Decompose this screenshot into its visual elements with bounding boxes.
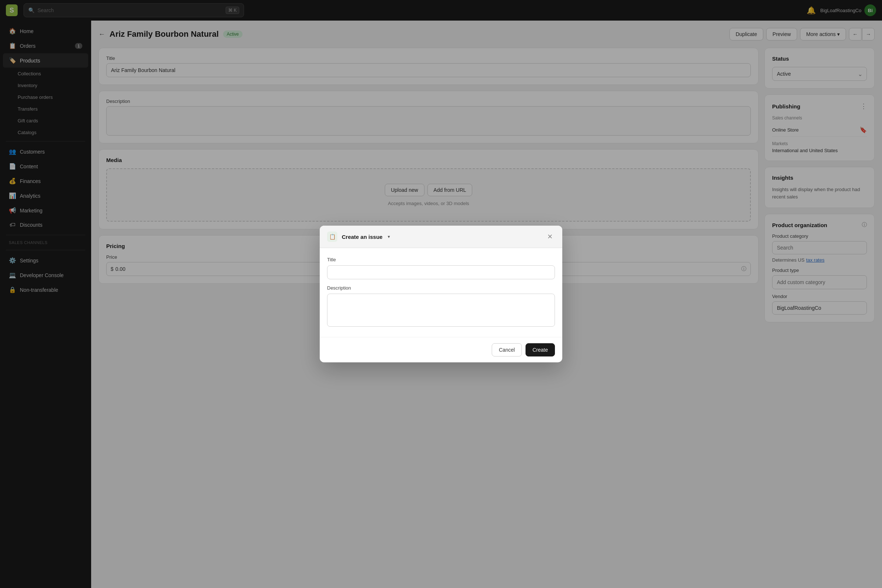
modal-header-icon: 📋 <box>327 231 338 242</box>
modal-footer: Cancel Create <box>320 337 562 362</box>
modal-cancel-button[interactable]: Cancel <box>492 343 522 357</box>
modal-header: 📋 Create an issue ▾ ✕ <box>320 226 562 248</box>
modal-title-label: Title <box>327 257 555 262</box>
modal-close-button[interactable]: ✕ <box>544 231 555 242</box>
create-issue-icon: 📋 <box>329 234 336 240</box>
modal-description-textarea[interactable] <box>327 294 555 327</box>
modal-title: Create an issue <box>342 234 382 240</box>
modal-description-label: Description <box>327 285 555 291</box>
modal-title-dropdown-icon[interactable]: ▾ <box>388 234 390 239</box>
create-issue-modal: 📋 Create an issue ▾ ✕ Title Description … <box>320 226 562 362</box>
modal-overlay[interactable]: 📋 Create an issue ▾ ✕ Title Description … <box>0 0 882 588</box>
modal-title-input[interactable] <box>327 266 555 279</box>
modal-create-button[interactable]: Create <box>525 343 555 357</box>
modal-body: Title Description <box>320 248 562 337</box>
